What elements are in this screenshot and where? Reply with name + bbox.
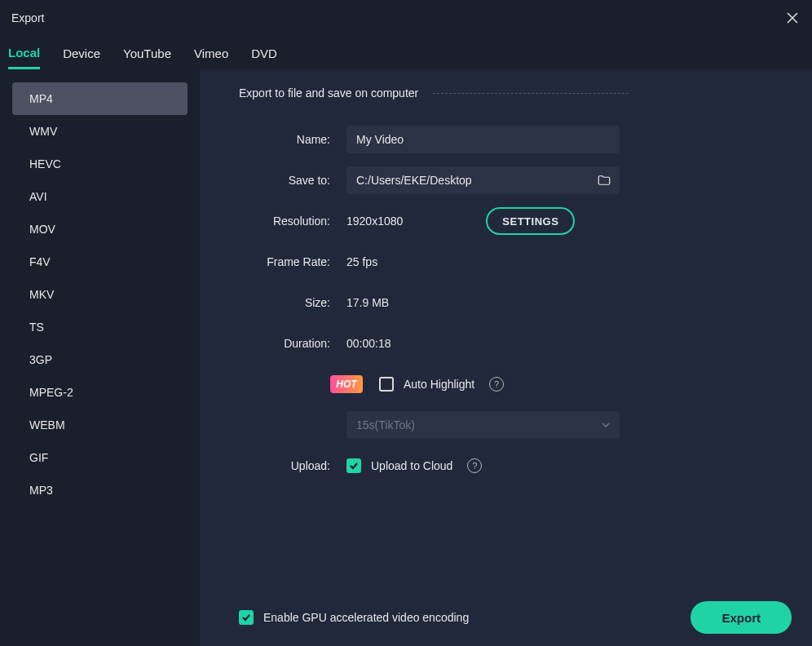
auto-highlight-label: Auto Highlight	[404, 378, 474, 391]
window-title: Export	[11, 11, 44, 24]
format-item-avi[interactable]: AVI	[12, 180, 188, 213]
folder-icon[interactable]	[597, 173, 611, 188]
format-item-webm[interactable]: WEBM	[12, 409, 188, 441]
framerate-value: 25 fps	[346, 255, 377, 268]
upload-cloud-checkbox[interactable]	[346, 458, 361, 473]
tab-dvd[interactable]: DVD	[251, 38, 277, 69]
hot-badge: HOT	[330, 375, 363, 393]
settings-button[interactable]: SETTINGS	[486, 207, 575, 235]
name-label: Name:	[239, 133, 346, 146]
tab-youtube[interactable]: YouTube	[123, 38, 171, 69]
format-item-mpeg2[interactable]: MPEG-2	[12, 376, 188, 409]
subtitle-divider	[433, 93, 629, 94]
resolution-value: 1920x1080	[346, 215, 403, 228]
format-item-mkv[interactable]: MKV	[12, 278, 188, 311]
upload-cloud-label: Upload to Cloud	[371, 459, 452, 472]
size-value: 17.9 MB	[346, 296, 389, 309]
saveto-label: Save to:	[239, 174, 346, 187]
format-item-gif[interactable]: GIF	[12, 441, 188, 474]
format-item-hevc[interactable]: HEVC	[12, 148, 188, 180]
preset-select[interactable]: 15s(TikTok)	[346, 411, 620, 439]
gpu-checkbox[interactable]	[239, 610, 254, 625]
chevron-down-icon	[602, 418, 610, 431]
resolution-label: Resolution:	[239, 215, 346, 228]
close-icon[interactable]	[784, 10, 801, 26]
format-item-mp4[interactable]: MP4	[12, 82, 188, 115]
export-tabs: Local Device YouTube Vimeo DVD	[0, 36, 812, 70]
duration-value: 00:00:18	[346, 337, 391, 350]
format-item-3gp[interactable]: 3GP	[12, 343, 188, 376]
gpu-label: Enable GPU accelerated video encoding	[263, 611, 469, 624]
export-button[interactable]: Export	[691, 601, 792, 634]
duration-label: Duration:	[239, 337, 346, 350]
format-item-wmv[interactable]: WMV	[12, 115, 188, 148]
help-icon[interactable]: ?	[467, 458, 482, 473]
format-item-f4v[interactable]: F4V	[12, 246, 188, 278]
upload-label: Upload:	[239, 459, 346, 472]
saveto-input[interactable]	[346, 166, 620, 194]
name-input[interactable]	[346, 126, 620, 153]
main-panel: Export to file and save on computer Name…	[200, 70, 812, 646]
size-label: Size:	[239, 296, 346, 309]
preset-value: 15s(TikTok)	[356, 418, 415, 431]
panel-subtitle: Export to file and save on computer	[239, 86, 418, 100]
tab-device[interactable]: Device	[63, 38, 100, 69]
help-icon[interactable]: ?	[489, 377, 504, 392]
tab-local[interactable]: Local	[8, 38, 40, 69]
format-sidebar: MP4 WMV HEVC AVI MOV F4V MKV TS 3GP MPEG…	[0, 70, 200, 646]
format-item-ts[interactable]: TS	[12, 311, 188, 343]
format-item-mp3[interactable]: MP3	[12, 474, 188, 507]
auto-highlight-checkbox[interactable]	[379, 377, 394, 392]
framerate-label: Frame Rate:	[239, 255, 346, 268]
format-item-mov[interactable]: MOV	[12, 213, 188, 246]
tab-vimeo[interactable]: Vimeo	[194, 38, 228, 69]
